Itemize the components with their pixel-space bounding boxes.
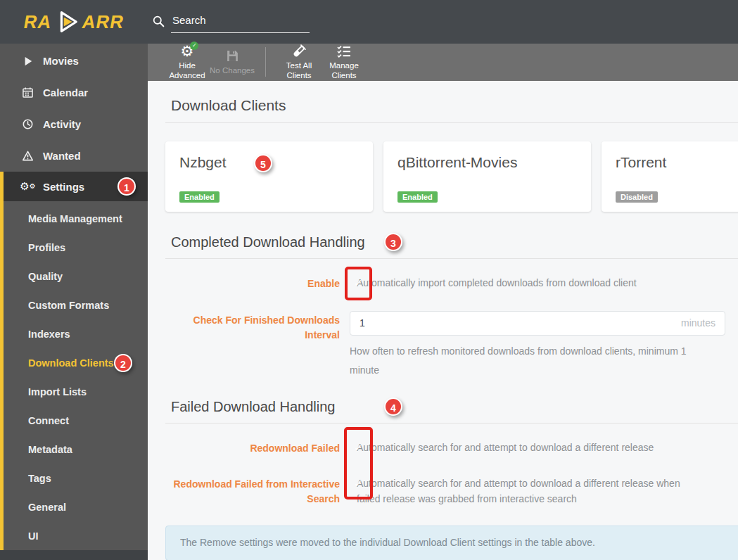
submenu-label: Metadata — [28, 444, 72, 455]
client-name: qBittorrent-Movies — [397, 154, 577, 171]
divider — [165, 423, 738, 424]
submenu-item-metadata[interactable]: Metadata — [4, 435, 148, 464]
redownload-interactive-row: Redownload Failed from Interactive Searc… — [165, 475, 738, 507]
status-badge: Enabled — [397, 191, 438, 203]
submenu-item-profiles[interactable]: Profiles — [4, 233, 148, 262]
no-changes-button[interactable]: No Changes — [210, 49, 255, 76]
annotation-circle-2: 2 — [114, 354, 132, 372]
toolbar-button-label: Manage Clients — [322, 61, 367, 81]
hide-advanced-button[interactable]: ⚙ ✓ Hide Advanced — [165, 44, 210, 81]
completed-download-form: Enable Automatically import completed do… — [165, 274, 738, 380]
submenu-item-tags[interactable]: Tags — [4, 464, 148, 492]
search-bar — [148, 11, 310, 33]
search-icon — [153, 15, 165, 27]
clock-icon — [22, 118, 34, 130]
client-card-qbittorrent-movies[interactable]: qBittorrent-Movies Enabled — [383, 141, 591, 212]
interval-value: 1 — [360, 317, 365, 329]
submenu-label: Tags — [28, 473, 51, 484]
section-title-text: Failed Download Handling — [171, 399, 335, 414]
submenu-label: Profiles — [28, 242, 65, 253]
settings-submenu: Media Management Profiles Quality Custom… — [0, 201, 148, 550]
submenu-item-download-clients[interactable]: Download Clients 2 — [4, 348, 148, 377]
advanced-settings-icon: ⚙ ✓ — [181, 44, 194, 59]
sidebar-item-movies[interactable]: Movies — [0, 45, 148, 77]
submenu-label: Quality — [28, 271, 63, 282]
interval-input[interactable]: 1 minutes — [350, 311, 725, 336]
enable-help-text: Automatically import completed downloads… — [357, 274, 637, 292]
settings-content: Download Clients Nzbget Enabled 5 qBitto… — [148, 81, 738, 560]
radarr-logo[interactable]: RA ARR — [0, 8, 148, 35]
sidebar-item-activity[interactable]: Activity — [0, 108, 148, 140]
submenu-label: Indexers — [28, 329, 70, 340]
client-name: rTorrent — [616, 154, 738, 171]
info-banner: The Remove settings were moved to the in… — [165, 526, 738, 560]
status-badge: Disabled — [616, 191, 658, 203]
client-card-nzbget[interactable]: Nzbget Enabled 5 — [165, 141, 373, 212]
submenu-label: UI — [28, 530, 39, 542]
logo-text-right: ARR — [80, 11, 126, 33]
play-logo-icon — [53, 8, 80, 35]
manage-clients-button[interactable]: Manage Clients — [322, 44, 367, 81]
submenu-item-indexers[interactable]: Indexers — [4, 319, 148, 348]
submenu-item-quality[interactable]: Quality — [4, 262, 148, 291]
annotation-circle-4: 4 — [384, 397, 402, 416]
sidebar-item-calendar[interactable]: Calendar — [0, 77, 148, 108]
interval-unit: minutes — [681, 317, 715, 329]
failed-download-form: Redownload Failed Automatically search f… — [165, 439, 738, 507]
redownload-failed-help-text: Automatically search for and attempt to … — [357, 439, 654, 457]
redownload-failed-label: Redownload Failed — [165, 439, 340, 456]
submenu-item-custom-formats[interactable]: Custom Formats — [4, 291, 148, 319]
submenu-label: Download Clients — [28, 357, 114, 369]
play-icon — [22, 55, 34, 67]
check-badge-icon: ✓ — [190, 42, 198, 50]
sidebar-item-wanted[interactable]: Wanted — [0, 140, 148, 172]
submenu-label: General — [28, 502, 66, 513]
info-banner-text: The Remove settings were moved to the in… — [180, 537, 595, 548]
sidebar-item-label: Settings — [43, 181, 84, 193]
divider — [165, 258, 738, 259]
submenu-item-media-management[interactable]: Media Management — [4, 204, 148, 233]
sidebar-item-settings[interactable]: ⚙⚙ Settings 1 — [0, 172, 148, 201]
redownload-interactive-label: Redownload Failed from Interactive Searc… — [165, 475, 340, 507]
submenu-label: Import Lists — [28, 386, 87, 397]
test-tube-icon — [292, 44, 306, 59]
divider — [165, 122, 738, 123]
app-header: RA ARR — [0, 0, 738, 44]
page-title: Download Clients — [171, 97, 738, 114]
test-all-clients-button[interactable]: Test All Clients — [276, 44, 322, 81]
submenu-item-import-lists[interactable]: Import Lists — [4, 377, 148, 406]
toolbar-separator — [265, 47, 266, 77]
calendar-icon — [22, 87, 34, 98]
warning-icon — [22, 150, 34, 162]
annotation-circle-1: 1 — [117, 177, 136, 196]
logo-text-left: RA — [22, 11, 53, 33]
submenu-item-ui[interactable]: UI — [4, 521, 148, 550]
page-toolbar: ⚙ ✓ Hide Advanced No Changes — [148, 44, 738, 81]
submenu-label: Custom Formats — [28, 300, 109, 311]
client-card-rtorrent[interactable]: rTorrent Disabled — [602, 141, 738, 212]
submenu-item-connect[interactable]: Connect — [4, 406, 148, 435]
annotation-circle-3: 3 — [384, 233, 402, 251]
sidebar-item-label: Activity — [43, 118, 81, 130]
enable-label: Enable — [165, 274, 340, 291]
toolbar-button-label: Hide Advanced — [165, 61, 210, 81]
sidebar-item-label: Wanted — [43, 150, 81, 162]
redownload-interactive-help-text: Automatically search for and attempt to … — [357, 475, 691, 507]
completed-download-handling-heading: Completed Download Handling 3 — [171, 234, 738, 250]
interval-help-text: How often to refresh monitored downloads… — [350, 342, 705, 380]
toolbar-button-label: Test All Clients — [276, 61, 322, 81]
toolbar-button-label: No Changes — [210, 66, 255, 76]
client-name: Nzbget — [179, 154, 359, 171]
search-input[interactable] — [171, 11, 310, 33]
enable-row: Enable Automatically import completed do… — [165, 274, 738, 292]
sidebar-item-label: Movies — [43, 55, 79, 67]
gears-icon: ⚙⚙ — [22, 181, 34, 193]
redownload-failed-row: Redownload Failed Automatically search f… — [165, 439, 738, 457]
submenu-item-general[interactable]: General — [4, 492, 148, 521]
submenu-label: Connect — [28, 415, 69, 426]
sidebar-footer — [0, 550, 148, 560]
interval-label: Check For Finished Downloads Interval — [165, 311, 340, 343]
failed-download-handling-heading: Failed Download Handling 4 — [171, 399, 738, 415]
download-clients-list: Nzbget Enabled 5 qBittorrent-Movies Enab… — [165, 141, 738, 212]
checklist-icon — [337, 44, 351, 59]
